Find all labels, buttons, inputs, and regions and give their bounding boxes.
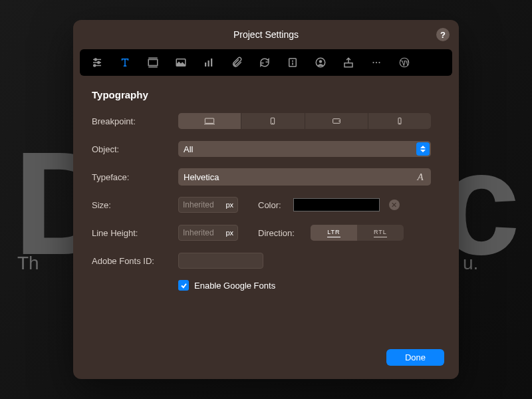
svg-rect-12 <box>211 59 212 66</box>
more-icon[interactable] <box>364 52 388 73</box>
help-button[interactable]: ? <box>436 28 450 41</box>
svg-point-22 <box>400 58 409 67</box>
modal-title: Project Settings <box>233 29 299 40</box>
project-settings-modal: Project Settings ? Typography Breakpoint… <box>73 20 459 379</box>
breakpoint-desktop[interactable] <box>178 113 241 129</box>
svg-rect-6 <box>148 60 158 66</box>
color-swatch[interactable] <box>293 198 380 211</box>
adobe-fonts-input[interactable] <box>178 253 263 269</box>
done-button[interactable]: Done <box>386 349 444 366</box>
chart-icon[interactable] <box>197 52 221 73</box>
object-label: Object: <box>92 144 178 154</box>
svg-point-14 <box>292 61 293 62</box>
object-value: All <box>184 144 193 154</box>
svg-point-30 <box>400 123 400 124</box>
wordpress-icon[interactable] <box>392 52 416 73</box>
svg-rect-18 <box>344 63 352 67</box>
background-subtext: Th u. <box>17 253 39 274</box>
attachment-icon[interactable] <box>225 52 249 73</box>
direction-ltr[interactable]: LTR <box>311 225 357 241</box>
svg-point-4 <box>98 62 100 64</box>
svg-rect-11 <box>208 61 209 66</box>
adobe-label: Adobe Fonts ID: <box>92 256 178 266</box>
image-icon[interactable] <box>169 52 193 73</box>
svg-point-17 <box>319 60 323 63</box>
object-select[interactable]: All <box>178 141 431 157</box>
svg-point-20 <box>376 62 377 63</box>
breakpoint-phone[interactable] <box>368 113 431 129</box>
color-label: Color: <box>258 200 281 210</box>
svg-rect-15 <box>292 63 293 65</box>
layout-icon[interactable] <box>141 52 165 73</box>
sliders-icon[interactable] <box>85 52 109 73</box>
typeface-label: Typeface: <box>92 172 178 182</box>
settings-toolbar <box>80 49 452 76</box>
lineheight-label: Line Height: <box>92 228 178 238</box>
select-arrows-icon <box>416 142 430 156</box>
font-picker-icon[interactable]: A <box>414 170 427 184</box>
svg-point-5 <box>94 65 96 66</box>
modal-footer: Done <box>73 340 459 379</box>
size-label: Size: <box>92 200 178 210</box>
breakpoint-segmented <box>178 113 431 129</box>
svg-point-26 <box>273 123 273 124</box>
typeface-input[interactable] <box>178 168 431 186</box>
svg-point-3 <box>94 59 96 61</box>
size-input[interactable]: Inherited px <box>178 197 238 213</box>
modal-titlebar: Project Settings ? <box>73 20 459 49</box>
modal-content: Typography Breakpoint: Object: All <box>73 76 459 340</box>
svg-rect-23 <box>205 118 213 123</box>
google-fonts-label: Enable Google Fonts <box>194 281 275 291</box>
lineheight-input[interactable]: Inherited px <box>178 225 238 241</box>
typography-icon[interactable] <box>113 52 137 73</box>
svg-point-19 <box>372 62 374 63</box>
svg-point-21 <box>378 62 380 63</box>
sync-icon[interactable] <box>253 52 277 73</box>
breakpoint-tablet-portrait[interactable] <box>241 113 305 129</box>
svg-point-28 <box>338 121 339 122</box>
direction-segmented: LTR RTL <box>311 225 404 241</box>
breakpoint-tablet-landscape[interactable] <box>305 113 368 129</box>
export-icon[interactable] <box>336 52 360 73</box>
google-fonts-checkbox[interactable] <box>178 280 189 291</box>
svg-rect-10 <box>205 63 206 66</box>
breakpoint-label: Breakpoint: <box>92 116 178 126</box>
section-title: Typography <box>92 89 440 100</box>
clear-color-button[interactable]: ✕ <box>389 200 400 210</box>
info-icon[interactable] <box>281 52 305 73</box>
direction-label: Direction: <box>258 228 295 238</box>
user-icon[interactable] <box>309 52 332 73</box>
direction-rtl[interactable]: RTL <box>357 225 404 241</box>
